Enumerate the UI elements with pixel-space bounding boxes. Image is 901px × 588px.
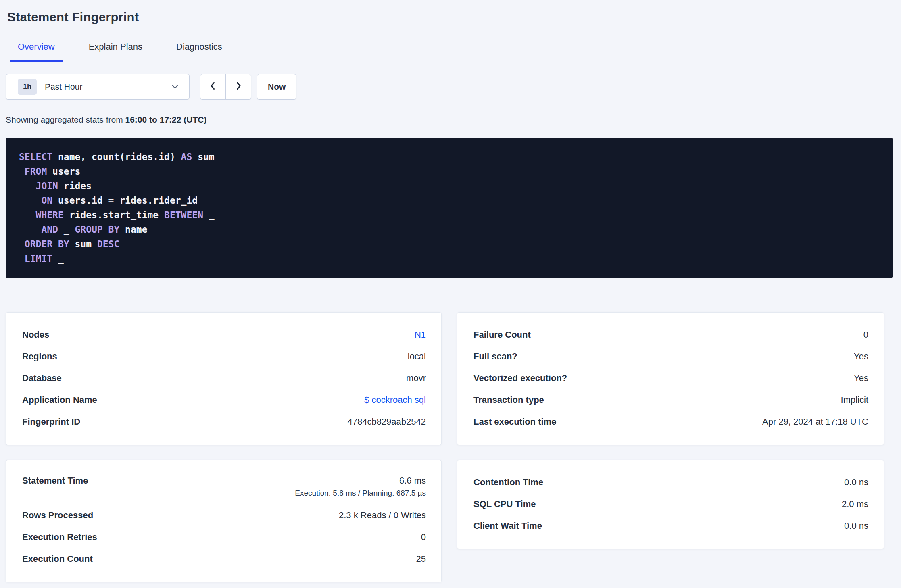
execution-attributes-card: Failure Count 0 Full scan? Yes Vectorize… — [457, 312, 884, 445]
info-row-last-execution-time: Last execution time Apr 29, 2024 at 17:1… — [473, 411, 868, 433]
info-value: 0.0 ns — [844, 521, 868, 531]
info-value: 2.3 k Reads / 0 Writes — [339, 510, 426, 521]
info-label: Transaction type — [473, 395, 544, 405]
time-range-duration-badge: 1h — [18, 79, 37, 95]
left-card-column: Nodes N1 Regions local Database movr App… — [6, 312, 442, 582]
info-label: Contention Time — [473, 477, 543, 488]
statement-time-values: 6.6 ms Execution: 5.8 ms / Planning: 687… — [295, 475, 426, 498]
sql-line: FROM users — [19, 164, 879, 179]
info-label: Full scan? — [473, 351, 517, 362]
info-label: Execution Retries — [22, 532, 97, 542]
tab-overview[interactable]: Overview — [10, 42, 63, 61]
info-value: movr — [406, 373, 426, 384]
sql-line: LIMIT _ — [19, 251, 879, 266]
statement-details-card: Nodes N1 Regions local Database movr App… — [6, 312, 442, 445]
info-value: 0 — [421, 532, 426, 542]
info-row-statement-time: Statement Time 6.6 ms Execution: 5.8 ms … — [22, 471, 426, 505]
info-row-application-name: Application Name $ cockroach sql — [22, 389, 426, 411]
nodes-link[interactable]: N1 — [415, 329, 426, 340]
info-row-contention-time: Contention Time 0.0 ns — [473, 471, 868, 493]
page-title: Statement Fingerprint — [6, 10, 893, 25]
info-label: Nodes — [22, 329, 49, 340]
info-row-execution-count: Execution Count 25 — [22, 548, 426, 570]
sql-statement-box: SELECT name, count(rides.id) AS sum FROM… — [6, 138, 893, 278]
info-row-fingerprint-id: Fingerprint ID 4784cb829aab2542 — [22, 411, 426, 433]
info-row-execution-retries: Execution Retries 0 — [22, 526, 426, 548]
sql-line: AND _ GROUP BY name — [19, 222, 879, 237]
info-label: Vectorized execution? — [473, 373, 567, 384]
info-label: Client Wait Time — [473, 521, 542, 531]
info-label: Regions — [22, 351, 57, 362]
time-window-stepper — [200, 74, 251, 100]
tab-explain-plans[interactable]: Explain Plans — [81, 42, 150, 61]
info-label: Rows Processed — [22, 510, 93, 521]
sql-line: SELECT name, count(rides.id) AS sum — [19, 150, 879, 164]
wait-time-card: Contention Time 0.0 ns SQL CPU Time 2.0 … — [457, 460, 884, 549]
sql-line: ORDER BY sum DESC — [19, 237, 879, 251]
info-label: Statement Time — [22, 475, 88, 486]
info-value: 2.0 ms — [842, 499, 868, 509]
info-value: 4784cb829aab2542 — [347, 417, 426, 427]
time-controls: 1h Past Hour — [6, 74, 893, 100]
now-button[interactable]: Now — [257, 74, 296, 100]
caption-prefix: Showing aggregated stats from — [6, 115, 125, 124]
time-range-label: Past Hour — [45, 82, 82, 92]
summary-cards: Nodes N1 Regions local Database movr App… — [6, 312, 893, 582]
application-name-link[interactable]: $ cockroach sql — [364, 395, 426, 405]
statement-fingerprint-page: Statement Fingerprint Overview Explain P… — [0, 0, 901, 582]
info-row-database: Database movr — [22, 367, 426, 389]
info-label: Database — [22, 373, 62, 384]
info-value: 0.0 ns — [844, 477, 868, 488]
info-value: Apr 29, 2024 at 17:18 UTC — [762, 417, 868, 427]
tab-diagnostics[interactable]: Diagnostics — [168, 42, 230, 61]
info-row-failure-count: Failure Count 0 — [473, 324, 868, 346]
info-row-sql-cpu-time: SQL CPU Time 2.0 ms — [473, 493, 868, 515]
info-value: 6.6 ms — [399, 475, 426, 486]
caption-time-range: 16:00 to 17:22 (UTC) — [125, 115, 207, 124]
info-value: 0 — [863, 329, 868, 340]
chevron-right-icon — [234, 81, 243, 92]
info-value: 25 — [416, 554, 426, 564]
info-row-regions: Regions local — [22, 346, 426, 367]
info-label: Last execution time — [473, 417, 556, 427]
info-row-full-scan: Full scan? Yes — [473, 346, 868, 367]
next-time-window-button[interactable] — [225, 74, 251, 99]
info-row-vectorized-execution: Vectorized execution? Yes — [473, 367, 868, 389]
previous-time-window-button[interactable] — [200, 74, 225, 99]
info-value: Yes — [854, 373, 868, 384]
right-card-column: Failure Count 0 Full scan? Yes Vectorize… — [457, 312, 884, 582]
info-row-nodes: Nodes N1 — [22, 324, 426, 346]
chevron-left-icon — [208, 81, 218, 92]
sql-line: JOIN rides — [19, 179, 879, 193]
info-row-transaction-type: Transaction type Implicit — [473, 389, 868, 411]
info-value: Yes — [854, 351, 868, 362]
info-row-client-wait-time: Client Wait Time 0.0 ns — [473, 515, 868, 537]
info-label: Fingerprint ID — [22, 417, 80, 427]
info-label: Failure Count — [473, 329, 531, 340]
tab-bar: Overview Explain Plans Diagnostics — [6, 42, 893, 61]
aggregated-stats-caption: Showing aggregated stats from 16:00 to 1… — [6, 115, 893, 125]
time-range-dropdown[interactable]: 1h Past Hour — [6, 74, 190, 100]
sql-line: ON users.id = rides.rider_id — [19, 193, 879, 208]
chevron-down-icon — [171, 82, 179, 91]
info-label: Execution Count — [22, 554, 93, 564]
statement-time-breakdown: Execution: 5.8 ms / Planning: 687.5 µs — [295, 489, 426, 498]
info-label: Application Name — [22, 395, 97, 405]
info-value: Implicit — [841, 395, 868, 405]
statement-timing-card: Statement Time 6.6 ms Execution: 5.8 ms … — [6, 460, 442, 582]
sql-line: WHERE rides.start_time BETWEEN _ — [19, 208, 879, 222]
info-label: SQL CPU Time — [473, 499, 536, 509]
info-value: local — [408, 351, 426, 362]
info-row-rows-processed: Rows Processed 2.3 k Reads / 0 Writes — [22, 505, 426, 526]
